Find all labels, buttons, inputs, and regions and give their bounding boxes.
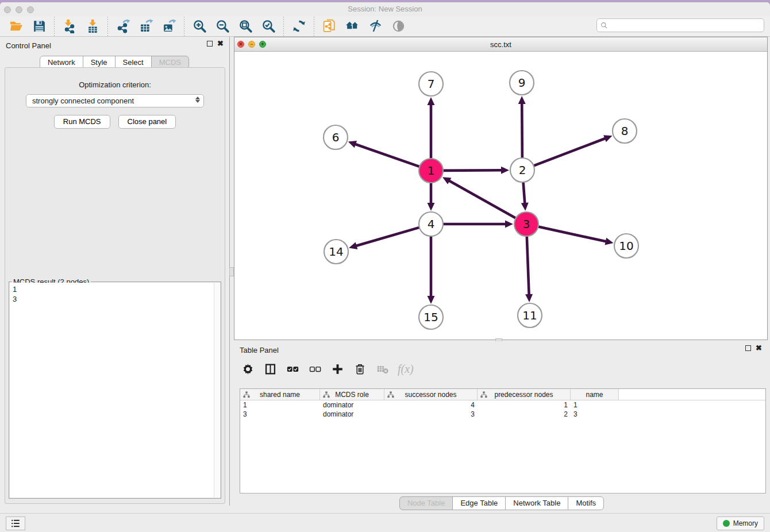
column-header-predecessor-nodes[interactable]: predecessor nodes [478, 389, 571, 400]
graph-node-15[interactable]: 15 [419, 305, 443, 329]
svg-text:7: 7 [428, 77, 435, 91]
network-window-title: scc.txt [234, 40, 767, 49]
graph-edge-4-15[interactable] [428, 236, 435, 304]
network-canvas[interactable]: 7968124314101511 [234, 52, 767, 340]
node-table: shared nameMCDS rolesuccessor nodesprede… [240, 388, 766, 494]
graph-edge-3-1[interactable] [442, 177, 516, 218]
table-row[interactable]: 3dominator323 [240, 410, 765, 419]
table-panel-tabs: Node TableEdge TableNetwork TableMotifs [234, 496, 770, 510]
show-hidden-icon[interactable] [390, 18, 406, 34]
tab-motifs[interactable]: Motifs [568, 496, 604, 510]
float-panel-icon[interactable] [207, 41, 213, 47]
table-settings-icon[interactable] [241, 362, 255, 376]
graph-edge-2-8[interactable] [533, 135, 613, 166]
result-line: 1 [13, 284, 212, 294]
graph-edge-1-4[interactable] [428, 182, 435, 211]
graph-node-11[interactable]: 11 [518, 303, 542, 327]
graph-node-9[interactable]: 9 [510, 71, 534, 95]
result-scrollbar[interactable] [214, 283, 220, 498]
result-line: 3 [13, 294, 212, 304]
vertical-splitter-grip[interactable] [229, 267, 234, 276]
column-hierarchy-icon [323, 391, 330, 398]
first-neighbors-icon[interactable] [344, 18, 360, 34]
zoom-fit-icon[interactable] [237, 18, 253, 34]
save-session-icon[interactable] [31, 18, 47, 34]
close-panel-icon[interactable]: ✖ [217, 41, 224, 47]
graph-node-2[interactable]: 2 [510, 158, 534, 182]
graph-edge-1-2[interactable] [442, 167, 509, 174]
column-header-label: successor nodes [405, 391, 456, 399]
toolbar-separator [107, 17, 108, 36]
graph-node-6[interactable]: 6 [324, 125, 348, 149]
control-panel: Control Panel ✖ NetworkStyleSelectMCDS O… [0, 37, 230, 506]
graph-node-8[interactable]: 8 [613, 119, 637, 143]
column-header-shared-name[interactable]: shared name [240, 389, 320, 400]
export-network-icon[interactable] [115, 18, 131, 34]
import-table-icon[interactable] [84, 18, 101, 34]
graph-edge-1-7[interactable] [428, 97, 435, 159]
table-header-filler [619, 389, 765, 400]
export-image-icon[interactable] [161, 18, 177, 34]
column-header-MCDS-role[interactable]: MCDS role [320, 389, 384, 400]
criterion-dropdown[interactable]: strongly connected component [26, 94, 204, 107]
column-header-label: shared name [260, 391, 300, 399]
run-mcds-button[interactable]: Run MCDS [54, 115, 110, 129]
zoom-in-icon[interactable] [191, 18, 207, 34]
graph-node-7[interactable]: 7 [419, 72, 443, 96]
refresh-network-icon[interactable] [291, 18, 307, 34]
graph-edge-3-11[interactable] [525, 236, 533, 302]
graph-edge-2-3[interactable] [521, 182, 529, 211]
function-builder-label: f(x) [398, 363, 414, 376]
tab-network-table[interactable]: Network Table [505, 496, 568, 510]
search-icon [600, 22, 608, 29]
table-row[interactable]: 1dominator411 [240, 400, 765, 410]
application-window: Session: New Session Control Panel ✖ Net… [0, 0, 770, 532]
graph-edge-4-14[interactable] [349, 228, 420, 249]
graph-node-1[interactable]: 1 [419, 159, 443, 183]
cell-name: 3 [571, 410, 619, 418]
delete-row-icon[interactable] [353, 362, 367, 376]
mcds-tab-content: Optimization criterion: strongly connect… [5, 67, 225, 504]
search-input[interactable] [608, 20, 764, 31]
tab-edge-table[interactable]: Edge Table [452, 496, 506, 510]
clone-network-icon[interactable] [321, 18, 337, 34]
control-panel-header: Control Panel ✖ [0, 37, 229, 54]
add-row-icon[interactable] [330, 362, 344, 376]
svg-text:6: 6 [332, 130, 340, 144]
svg-text:10: 10 [619, 239, 633, 253]
close-table-panel-icon[interactable]: ✖ [756, 345, 762, 351]
deselect-all-icon[interactable] [308, 362, 322, 376]
graph-node-14[interactable]: 14 [324, 240, 348, 264]
graph-edge-3-10[interactable] [538, 226, 614, 245]
float-table-panel-icon[interactable] [745, 345, 751, 351]
graph-edge-4-3[interactable] [442, 221, 513, 228]
memory-button[interactable]: Memory [717, 516, 764, 530]
zoom-out-icon[interactable] [214, 18, 230, 34]
tab-node-table[interactable]: Node Table [399, 496, 453, 510]
cell-MCDS-role: dominator [320, 410, 384, 418]
graph-edge-1-6[interactable] [348, 141, 420, 167]
export-table-icon[interactable] [138, 18, 154, 34]
import-network-icon[interactable] [61, 18, 78, 34]
window-title: Session: New Session [0, 5, 770, 13]
close-panel-button[interactable]: Close panel [118, 115, 176, 129]
open-file-icon[interactable] [8, 18, 24, 34]
delete-table-icon [375, 362, 389, 376]
column-hierarchy-icon [243, 391, 250, 398]
control-panel-title: Control Panel [6, 41, 51, 50]
column-hierarchy-icon [387, 391, 394, 398]
column-header-name[interactable]: name [571, 389, 619, 400]
hide-selected-icon[interactable] [367, 18, 383, 34]
zoom-selected-icon[interactable] [260, 18, 276, 34]
graph-node-4[interactable]: 4 [419, 212, 443, 236]
graph-node-3[interactable]: 3 [514, 212, 538, 236]
graph-node-10[interactable]: 10 [614, 234, 638, 258]
table-panel-title: Table Panel [240, 346, 279, 354]
show-columns-icon[interactable] [263, 362, 277, 376]
column-header-successor-nodes[interactable]: successor nodes [384, 389, 478, 400]
mcds-result-textarea[interactable]: 13 [10, 283, 220, 498]
task-history-button[interactable] [6, 516, 25, 530]
memory-status-icon [723, 520, 730, 527]
select-all-icon[interactable] [286, 362, 299, 376]
graph-edge-2-9[interactable] [518, 96, 526, 159]
